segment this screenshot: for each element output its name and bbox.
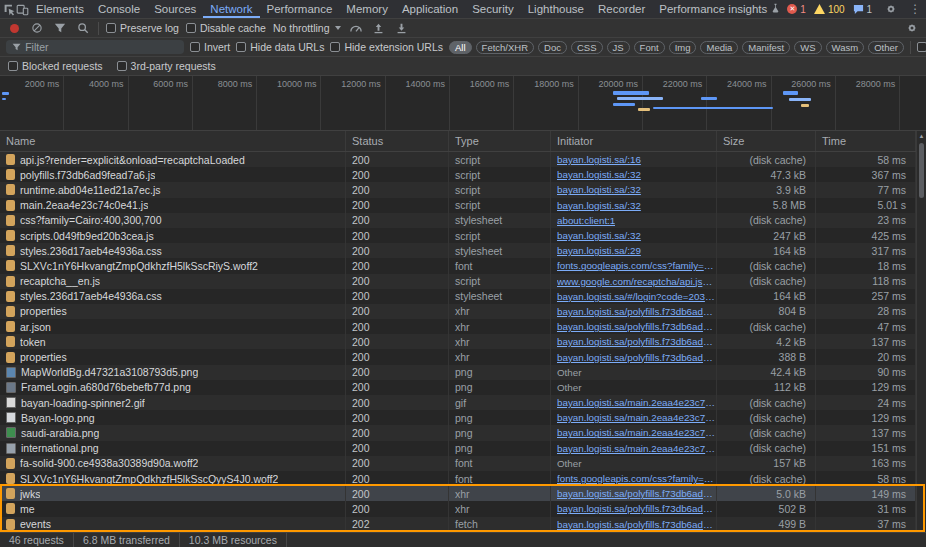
export-har-icon[interactable]	[394, 20, 410, 36]
preserve-log-checkbox[interactable]: Preserve log	[106, 22, 179, 34]
table-row[interactable]: properties200xhrbayan.logisti.sa/polyfil…	[0, 349, 926, 364]
initiator-link[interactable]: bayan.logisti.sa/polyfills.f73db6ad9fead…	[557, 336, 716, 347]
table-row[interactable]: token200xhrbayan.logisti.sa/polyfills.f7…	[0, 334, 926, 349]
initiator-link[interactable]: about:client:1	[557, 215, 615, 226]
filter-pill-other[interactable]: Other	[868, 41, 904, 54]
tab-performance[interactable]: Performance	[260, 0, 340, 18]
import-har-icon[interactable]	[371, 20, 387, 36]
initiator-link[interactable]: bayan.logisti.sa/main.2eaa4e23c74c0e41.j…	[557, 412, 716, 423]
table-row[interactable]: fa-solid-900.ce4938a30389d90a.woff2200fo…	[0, 456, 926, 471]
column-header-type[interactable]: Type	[449, 131, 551, 151]
table-row[interactable]: saudi-arabia.png200pngbayan.logisti.sa/m…	[0, 425, 926, 440]
table-row[interactable]: MapWorldBg.d47321a3108793d5.png200pngOth…	[0, 365, 926, 380]
issues-count-badge[interactable]: 1	[853, 4, 873, 15]
initiator-link[interactable]: fonts.googleapis.com/css?family=Cairo:40…	[557, 473, 716, 484]
scrollbar-thumb[interactable]	[919, 143, 924, 198]
filter-pill-media[interactable]: Media	[700, 41, 738, 54]
record-network-log-button[interactable]	[6, 20, 22, 36]
initiator-link[interactable]: bayan.logisti.sa/polyfills.f73db6ad9fead…	[557, 519, 716, 530]
network-overview-timeline[interactable]: 2000 ms4000 ms6000 ms8000 ms10000 ms1200…	[0, 76, 926, 131]
initiator-link[interactable]: www.google.com/recaptcha/api.js?rende…	[557, 276, 716, 287]
table-row[interactable]: SLXVc1nY6HkvangtZmpQdkhzfH5lkSscRiyS.wof…	[0, 258, 926, 273]
table-row[interactable]: bayan-loading-spinner2.gif200gifbayan.lo…	[0, 395, 926, 410]
initiator-link[interactable]: bayan.logisti.sa/:32	[557, 169, 641, 180]
filter-pill-js[interactable]: JS	[607, 41, 630, 54]
tab-security[interactable]: Security	[465, 0, 521, 18]
initiator-link[interactable]: bayan.logisti.sa/:32	[557, 184, 641, 195]
initiator-link[interactable]: bayan.logisti.sa/:32	[557, 230, 641, 241]
third-party-requests-checkbox[interactable]: 3rd-party requests	[117, 60, 216, 72]
warning-count-badge[interactable]: 100	[814, 4, 845, 15]
tab-performance-insights[interactable]: Performance insights	[652, 0, 787, 18]
initiator-link[interactable]: bayan.logisti.sa/polyfills.f73db6ad9fead…	[557, 488, 716, 499]
table-row[interactable]: css?family=Cairo:400,300,700200styleshee…	[0, 213, 926, 228]
kebab-menu-icon[interactable]: ⋮	[909, 3, 921, 15]
table-row[interactable]: scripts.0d49fb9ed20b3cea.js200scriptbaya…	[0, 228, 926, 243]
blocked-requests-checkbox[interactable]: Blocked requests	[8, 60, 103, 72]
hide-extension-urls-checkbox[interactable]: Hide extension URLs	[330, 41, 443, 53]
tab-network[interactable]: Network	[203, 0, 259, 18]
scroll-up-arrow-icon[interactable]: ▲	[917, 131, 926, 141]
tab-elements[interactable]: Elements	[29, 0, 91, 18]
table-row[interactable]: international.png200pngbayan.logisti.sa/…	[0, 441, 926, 456]
filter-toggle-icon[interactable]	[52, 20, 68, 36]
vertical-scrollbar[interactable]: ▲	[916, 131, 926, 532]
initiator-link[interactable]: bayan.logisti.sa/:32	[557, 200, 641, 211]
filter-pill-ws[interactable]: WS	[794, 41, 821, 54]
table-row[interactable]: runtime.abd04e11ed21a7ec.js200scriptbaya…	[0, 182, 926, 197]
network-settings-gear-icon[interactable]	[904, 20, 920, 36]
throttling-dropdown[interactable]: No throttling	[273, 22, 341, 34]
table-row[interactable]: styles.236d17aeb4e4936a.css200stylesheet…	[0, 243, 926, 258]
filter-pill-css[interactable]: CSS	[571, 41, 603, 54]
filter-input[interactable]	[25, 41, 178, 53]
table-row[interactable]: me200xhrbayan.logisti.sa/polyfills.f73db…	[0, 501, 926, 516]
filter-pill-doc[interactable]: Doc	[538, 41, 567, 54]
initiator-link[interactable]: bayan.logisti.sa/:29	[557, 245, 641, 256]
filter-pill-manifest[interactable]: Manifest	[742, 41, 790, 54]
initiator-link[interactable]: bayan.logisti.sa/main.2eaa4e23c74c0e41.j…	[557, 427, 716, 438]
filter-pill-font[interactable]: Font	[634, 41, 665, 54]
hide-data-urls-checkbox[interactable]: Hide data URLs	[236, 41, 324, 53]
initiator-link[interactable]: bayan.logisti.sa/main.2eaa4e23c74c0e41.j…	[557, 443, 716, 454]
error-count-badge[interactable]: ✕ 1	[787, 4, 806, 15]
search-icon[interactable]	[75, 20, 91, 36]
column-header-name[interactable]: Name	[0, 131, 346, 151]
table-row[interactable]: FrameLogin.a680d76bebefb77d.png200pngOth…	[0, 380, 926, 395]
device-toolbar-icon[interactable]	[16, 0, 29, 18]
table-row[interactable]: ar.json200xhrbayan.logisti.sa/polyfills.…	[0, 319, 926, 334]
tab-recorder[interactable]: Recorder	[591, 0, 652, 18]
clear-network-log-button[interactable]	[29, 20, 45, 36]
column-header-initiator[interactable]: Initiator	[551, 131, 717, 151]
initiator-link[interactable]: bayan.logisti.sa/polyfills.f73db6ad9fead…	[557, 306, 716, 317]
table-row[interactable]: recaptcha__en.js200scriptwww.google.com/…	[0, 274, 926, 289]
table-row[interactable]: styles.236d17aeb4e4936a.css200stylesheet…	[0, 289, 926, 304]
inspect-element-icon[interactable]	[3, 0, 16, 18]
initiator-link[interactable]: bayan.logisti.sa/#/login?code=20392F74…	[557, 291, 716, 302]
filter-pill-fetch-xhr[interactable]: Fetch/XHR	[476, 41, 534, 54]
table-row[interactable]: events202fetchbayan.logisti.sa/polyfills…	[0, 517, 926, 532]
disable-cache-checkbox[interactable]: Disable cache	[186, 22, 266, 34]
column-header-size[interactable]: Size	[717, 131, 816, 151]
table-row[interactable]: Bayan-logo.png200pngbayan.logisti.sa/mai…	[0, 410, 926, 425]
filter-pill-wasm[interactable]: Wasm	[826, 41, 865, 54]
initiator-link[interactable]: fonts.googleapis.com/css?family=Cairo:40…	[557, 260, 716, 271]
initiator-link[interactable]: bayan.logisti.sa/polyfills.f73db6ad9fead…	[557, 321, 716, 332]
blocked-response-cookies-checkbox[interactable]: Blocked response cookies	[917, 41, 926, 53]
table-row[interactable]: polyfills.f73db6ad9fead7a6.js200scriptba…	[0, 167, 926, 182]
settings-gear-icon[interactable]	[880, 3, 901, 15]
column-header-time[interactable]: Time	[816, 131, 916, 151]
tab-memory[interactable]: Memory	[339, 0, 395, 18]
table-row[interactable]: jwks200xhrbayan.logisti.sa/polyfills.f73…	[0, 486, 926, 501]
filter-pill-img[interactable]: Img	[669, 41, 697, 54]
table-row[interactable]: properties200xhrbayan.logisti.sa/polyfil…	[0, 304, 926, 319]
table-row[interactable]: main.2eaa4e23c74c0e41.js200scriptbayan.l…	[0, 198, 926, 213]
table-row[interactable]: SLXVc1nY6HkvangtZmpQdkhzfH5lkSscQyyS4J0.…	[0, 471, 926, 486]
initiator-link[interactable]: bayan.logisti.sa/main.2eaa4e23c74c0e41.j…	[557, 397, 716, 408]
table-row[interactable]: api.js?render=explicit&onload=recaptchaL…	[0, 152, 926, 167]
tab-application[interactable]: Application	[395, 0, 465, 18]
tab-lighthouse[interactable]: Lighthouse	[521, 0, 591, 18]
filter-pill-all[interactable]: All	[449, 41, 472, 54]
initiator-link[interactable]: bayan.logisti.sa/:16	[557, 154, 641, 165]
initiator-link[interactable]: bayan.logisti.sa/polyfills.f73db6ad9fead…	[557, 352, 716, 363]
network-conditions-icon[interactable]	[348, 20, 364, 36]
